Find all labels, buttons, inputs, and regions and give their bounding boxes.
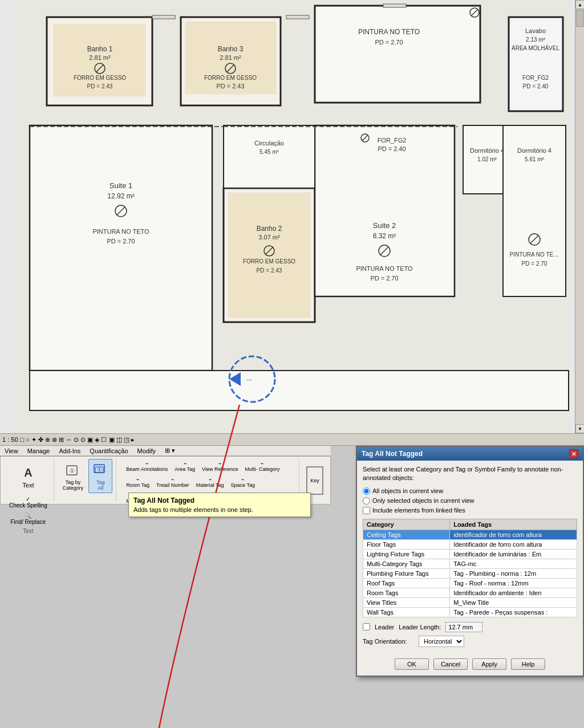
menu-quantificacao[interactable]: Quantificação: [87, 447, 130, 455]
ribbon-btn-view-reference[interactable]: ⌁ View Reference: [199, 459, 241, 474]
table-row[interactable]: Ceiling Tagsidentificador de forro com a…: [363, 530, 577, 539]
svg-text:Dormitório 4: Dormitório 4: [517, 147, 551, 154]
tag-by-category-label: Tag byCategory: [63, 479, 84, 491]
table-row[interactable]: Plumbing Fixture TagsTag - Plumbing - no…: [363, 568, 577, 578]
svg-text:FOR_FG2: FOR_FG2: [378, 137, 407, 144]
table-row[interactable]: Wall TagsTag - Parede - Peças suspensas …: [363, 607, 577, 617]
svg-text:FOR_FG2: FOR_FG2: [522, 75, 549, 81]
leader-length-label: Leader Length:: [399, 624, 441, 631]
svg-text:PD = 2.70: PD = 2.70: [375, 39, 403, 46]
include-linked-checkbox[interactable]: [363, 507, 370, 514]
room-tag-icon: ⌁: [136, 477, 139, 482]
dialog-cancel-button[interactable]: Cancel: [433, 658, 468, 670]
table-row[interactable]: Multi-Category TagsTAG-mc: [363, 559, 577, 568]
ribbon-btn-tag-all[interactable]: ① TagAll: [88, 459, 112, 493]
dialog-close-button[interactable]: ✕: [569, 449, 578, 458]
radio-all-objects-input[interactable]: [363, 487, 370, 495]
leader-label: Leader: [375, 624, 394, 631]
table-row[interactable]: Lighting Fixture TagsIdentificador de lu…: [363, 549, 577, 559]
svg-text:5.61 m²: 5.61 m²: [525, 156, 545, 162]
ribbon-btn-tag-by-category[interactable]: ① Tag byCategory: [60, 459, 87, 493]
area-tag-icon: ⌁: [184, 461, 186, 466]
multi-cat-icon: ⌁: [261, 461, 263, 466]
menu-modify[interactable]: Modify: [135, 447, 158, 455]
svg-text:Dormitório 4: Dormitório 4: [470, 147, 504, 154]
svg-text:PD = 2.43: PD = 2.43: [257, 267, 282, 274]
vertical-scrollbar[interactable]: ▲ ▼: [575, 0, 584, 433]
orientation-select[interactable]: Horizontal Vertical: [419, 636, 464, 647]
svg-text:2.13 m²: 2.13 m²: [526, 36, 546, 43]
dialog-apply-button[interactable]: Apply: [472, 658, 506, 670]
scrollbar-thumb[interactable]: [576, 10, 584, 27]
menu-more[interactable]: ⊞ ▾: [163, 446, 177, 455]
ribbon-btn-find-replace[interactable]: 🔍 Find/ Replace: [6, 511, 50, 527]
svg-text:PINTURA  NO TETO: PINTURA NO TETO: [92, 228, 149, 235]
table-cell-category: Room Tags: [363, 588, 450, 597]
ribbon-btn-material-tag[interactable]: ⌁ Material Tag: [193, 475, 227, 490]
status-bar: 1 : 50 □ ○ ✦ ✤ ⊕ ⊗ ⊞ ↔ ⊙ ⊙ ▣ ◈ ☐ ▣ ◫ ◳ ▸: [0, 433, 584, 446]
tag-all-icon: ①: [91, 461, 110, 479]
svg-text:---: ---: [246, 376, 252, 383]
table-row[interactable]: Roof TagsTag - Roof - norma : 12mm: [363, 578, 577, 588]
dialog-ok-button[interactable]: OK: [395, 658, 429, 670]
svg-text:PD = 2.70: PD = 2.70: [107, 238, 135, 245]
table-row[interactable]: Floor TagsIdentificador de forro com alt…: [363, 539, 577, 549]
mat-tag-icon: ⌁: [209, 477, 212, 482]
ribbon-btn-text[interactable]: A Text: [16, 459, 40, 493]
scale-label: 1 : 50: [2, 436, 18, 443]
svg-text:Suite 2: Suite 2: [373, 221, 396, 230]
svg-text:PD = 2.70: PD = 2.70: [522, 261, 548, 267]
scrollbar-down-btn[interactable]: ▼: [575, 424, 584, 433]
orientation-row: Tag Orientation: Horizontal Vertical: [363, 636, 577, 647]
table-cell-tag: Tag - Plumbing - norma : 12m: [450, 568, 577, 578]
svg-text:12.92 m²: 12.92 m²: [107, 192, 134, 200]
svg-rect-10: [228, 193, 310, 318]
table-cell-tag: M_View Title: [450, 597, 577, 607]
dialog-help-button[interactable]: Help: [511, 658, 545, 670]
ribbon-btn-area-tag[interactable]: ⌁ Area Tag: [172, 459, 198, 474]
beam-annot-icon: ⌁: [145, 461, 148, 466]
ribbon-btn-space-tag[interactable]: ⌁ Space Tag: [228, 475, 258, 490]
ribbon-btn-check-spelling[interactable]: ✓ Check Spelling: [6, 494, 50, 510]
svg-text:FORRO EM GESSO: FORRO EM GESSO: [74, 75, 126, 81]
svg-text:PD = 2.70: PD = 2.70: [370, 275, 398, 282]
svg-text:PINTURA  NO TE…: PINTURA NO TE…: [510, 251, 559, 258]
dialog-title: Tag All Not Tagged: [362, 450, 423, 458]
tag-by-category-icon: ①: [64, 461, 82, 479]
table-cell-category: Lighting Fixture Tags: [363, 549, 450, 559]
svg-text:Circulação: Circulação: [254, 140, 284, 147]
dialog-description: Select at least one Category and Tag or …: [363, 465, 577, 483]
table-cell-tag: Identificador do ambiente : Iden: [450, 588, 577, 597]
radio-selected-objects: Only selected objects in current view: [363, 497, 577, 505]
radio-selected-objects-label: Only selected objects in current view: [372, 497, 474, 504]
ribbon-btn-tread-number[interactable]: ⌁ Tread Number: [153, 475, 192, 490]
table-cell-category: Floor Tags: [363, 539, 450, 549]
svg-rect-16: [152, 15, 175, 19]
tread-num-icon: ⌁: [171, 477, 174, 482]
leader-length-input[interactable]: [445, 622, 482, 632]
menu-manage[interactable]: Manage: [25, 447, 52, 455]
menu-addins[interactable]: Add-Ins: [56, 447, 83, 455]
svg-text:1.02 m²: 1.02 m²: [477, 156, 497, 162]
menu-bar: View Manage Add-Ins Quantificação Modify…: [0, 446, 331, 456]
svg-rect-15: [30, 371, 569, 410]
menu-view[interactable]: View: [2, 447, 21, 455]
view-ref-icon: ⌁: [218, 461, 221, 466]
status-icons: □ ○ ✦ ✤ ⊕ ⊗ ⊞ ↔ ⊙ ⊙ ▣ ◈ ☐ ▣ ◫ ◳ ▸: [21, 436, 135, 444]
leader-checkbox[interactable]: [363, 623, 370, 631]
ribbon-btn-room-tag[interactable]: ⌁ Room Tag: [123, 475, 152, 490]
ribbon-btn-multi-category[interactable]: ⌁ Multi- Category: [242, 459, 282, 474]
table-row[interactable]: View TitlesM_View Title: [363, 597, 577, 607]
table-header-loaded-tags: Loaded Tags: [450, 519, 577, 530]
table-cell-category: Wall Tags: [363, 607, 450, 617]
ribbon-btn-beam-annotations[interactable]: ⌁ Beam Annotations: [123, 459, 171, 474]
scrollbar-up-btn[interactable]: ▲: [575, 0, 584, 9]
tooltip-title: Tag All Not Tagged: [133, 497, 306, 505]
svg-rect-18: [383, 4, 406, 7]
svg-text:5.45 m²: 5.45 m²: [259, 149, 279, 155]
svg-rect-12: [224, 125, 315, 188]
radio-selected-objects-input[interactable]: [363, 497, 370, 505]
svg-text:ÁREA MOLHÁVEL: ÁREA MOLHÁVEL: [512, 44, 559, 51]
table-row[interactable]: Room TagsIdentificador do ambiente : Ide…: [363, 588, 577, 597]
table-cell-tag: Tag - Parede - Peças suspensas :: [450, 607, 577, 617]
